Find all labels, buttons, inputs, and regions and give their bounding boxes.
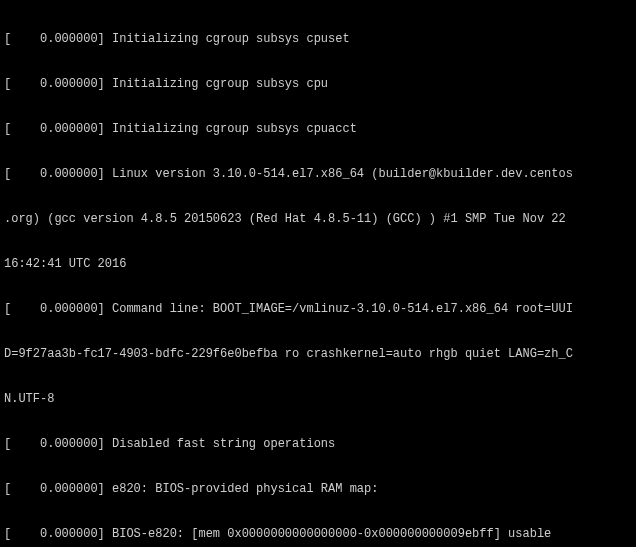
log-line: [ 0.000000] Initializing cgroup subsys c… [4,32,632,47]
log-line: [ 0.000000] e820: BIOS-provided physical… [4,482,632,497]
log-line: N.UTF-8 [4,392,632,407]
log-line: [ 0.000000] Initializing cgroup subsys c… [4,122,632,137]
log-line: [ 0.000000] Disabled fast string operati… [4,437,632,452]
log-line: [ 0.000000] Command line: BOOT_IMAGE=/vm… [4,302,632,317]
terminal-output[interactable]: [ 0.000000] Initializing cgroup subsys c… [0,0,636,547]
log-line: 16:42:41 UTC 2016 [4,257,632,272]
log-line: D=9f27aa3b-fc17-4903-bdfc-229f6e0befba r… [4,347,632,362]
log-line: .org) (gcc version 4.8.5 20150623 (Red H… [4,212,632,227]
log-line: [ 0.000000] Linux version 3.10.0-514.el7… [4,167,632,182]
log-line: [ 0.000000] BIOS-e820: [mem 0x0000000000… [4,527,632,542]
log-line: [ 0.000000] Initializing cgroup subsys c… [4,77,632,92]
